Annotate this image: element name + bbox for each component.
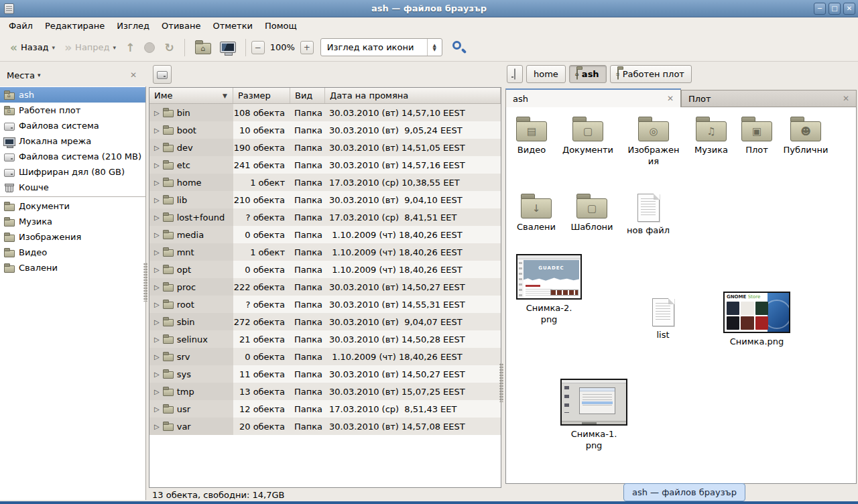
table-row[interactable]: ▷ boot 10 обекта Папка 30.03.2010 (вт) 9… — [149, 121, 501, 139]
sidebar-item[interactable]: Шифриран дял (80 GB) — [0, 164, 145, 180]
sidebar-item[interactable]: Видео — [0, 245, 145, 260]
cell-name[interactable]: ▷ proc — [149, 278, 233, 296]
cell-name[interactable]: ▷ selinux — [149, 330, 233, 348]
sidebar-item[interactable]: ash — [0, 87, 145, 103]
cell-name[interactable]: ▷ lost+found — [149, 208, 233, 226]
expander-icon[interactable]: ▷ — [154, 109, 160, 117]
menu-item[interactable]: Отиване — [156, 19, 206, 33]
sidebar-item[interactable]: Изображения — [0, 229, 145, 245]
sidebar-title[interactable]: Места — [7, 70, 35, 80]
column-header-name[interactable]: Име ▼ — [149, 88, 233, 103]
forward-button[interactable]: » Напред ▾ — [60, 39, 121, 56]
cell-name[interactable]: ▷ var — [149, 418, 233, 435]
pathbar-button[interactable]: Работен плот — [610, 65, 692, 83]
tab-close-icon[interactable]: ✕ — [843, 94, 849, 103]
search-button[interactable] — [452, 40, 467, 55]
table-row[interactable]: ▷ proc 222 обекта Папка 30.03.2010 (вт) … — [149, 278, 501, 296]
cell-name[interactable]: ▷ sys — [149, 365, 233, 383]
sidebar-item[interactable]: Документи — [0, 198, 145, 214]
back-button[interactable]: « Назад ▾ — [5, 39, 60, 56]
table-row[interactable]: ▷ mnt 1 обект Папка 1.10.2009 (чт) 18,40… — [149, 243, 501, 261]
menu-item[interactable]: Редактиране — [39, 19, 111, 33]
table-row[interactable]: ▷ root ? обекта Папка 30.03.2010 (вт) 14… — [149, 296, 501, 313]
filesystem-root-button[interactable] — [153, 65, 172, 84]
icon-view-item[interactable]: GNOME Store Снимка.png — [720, 292, 794, 347]
chevron-down-icon[interactable]: ▾ — [38, 72, 41, 78]
stop-button[interactable] — [139, 39, 160, 56]
table-row[interactable]: ▷ sbin 272 обекта Папка 30.03.2010 (вт) … — [149, 313, 501, 330]
forward-dropdown-icon[interactable]: ▾ — [113, 44, 117, 51]
expander-icon[interactable]: ▷ — [154, 318, 160, 326]
column-header-date[interactable]: Дата на промяна — [325, 88, 501, 103]
table-row[interactable]: ▷ tmp 13 обекта Папка 30.03.2010 (вт) 15… — [149, 383, 501, 400]
computer-button[interactable] — [216, 39, 240, 56]
icon-view-item[interactable]: нов файл — [611, 192, 685, 236]
cell-name[interactable]: ▷ boot — [149, 121, 233, 139]
table-row[interactable]: ▷ lost+found ? обекта Папка 17.03.2010 (… — [149, 208, 501, 226]
expander-icon[interactable]: ▷ — [154, 249, 160, 256]
cell-name[interactable]: ▷ mnt — [149, 243, 233, 261]
expander-icon[interactable]: ▷ — [154, 231, 160, 239]
table-row[interactable]: ▷ usr 12 обекта Папка 17.03.2010 (ср) 8,… — [149, 400, 501, 418]
cell-name[interactable]: ▷ root — [149, 296, 233, 313]
cell-name[interactable]: ▷ etc — [149, 156, 233, 174]
menu-item[interactable]: Файл — [3, 19, 39, 33]
pathbar-button[interactable]: ash — [569, 65, 607, 83]
cell-name[interactable]: ▷ lib — [149, 191, 233, 208]
cell-name[interactable]: ▷ media — [149, 226, 233, 243]
expander-icon[interactable]: ▷ — [154, 336, 160, 343]
expander-icon[interactable]: ▷ — [154, 162, 160, 169]
zoom-in-button[interactable]: + — [300, 41, 314, 54]
pane-resize-grip[interactable] — [143, 263, 147, 302]
icon-view-item[interactable]: GUADEC Снимка-2. png — [512, 254, 586, 325]
expander-icon[interactable]: ▷ — [154, 284, 160, 291]
table-row[interactable]: ▷ bin 108 обекта Папка 30.03.2010 (вт) 1… — [149, 104, 501, 121]
cell-name[interactable]: ▷ opt — [149, 261, 233, 278]
menu-item[interactable]: Помощ — [259, 19, 303, 33]
cell-name[interactable]: ▷ home — [149, 174, 233, 191]
sidebar-item[interactable]: Музика — [0, 214, 145, 229]
tab-close-icon[interactable]: ✕ — [667, 94, 674, 103]
sidebar-item[interactable]: Свалени — [0, 260, 145, 275]
table-row[interactable]: ▷ sys 11 обекта Папка 30.03.2010 (вт) 14… — [149, 365, 501, 383]
cell-name[interactable]: ▷ bin — [149, 104, 233, 121]
home-button[interactable] — [190, 37, 216, 58]
menu-item[interactable]: Изглед — [111, 19, 156, 33]
column-header-type[interactable]: Вид — [290, 88, 325, 103]
maximize-button[interactable]: □ — [829, 3, 841, 15]
table-row[interactable]: ▷ srv 0 обекта Папка 1.10.2009 (чт) 18,4… — [149, 348, 501, 365]
expander-icon[interactable]: ▷ — [154, 301, 160, 308]
tab[interactable]: ash ✕ — [505, 88, 681, 107]
expander-icon[interactable]: ▷ — [154, 127, 160, 134]
minimize-button[interactable]: ─ — [814, 3, 826, 15]
sidebar-item[interactable]: Работен плот — [0, 103, 145, 118]
sidebar-item[interactable]: Файлова система — [0, 118, 145, 133]
icon-view[interactable]: Видео Документи Изображен ия Музика Плот… — [505, 107, 857, 484]
icon-view-item[interactable]: Снимка-1. png — [557, 379, 631, 451]
pathbar-button[interactable]: home — [526, 65, 566, 83]
sidebar-item[interactable]: Файлова система (210 MB) — [0, 149, 145, 164]
table-row[interactable]: ▷ selinux 21 обекта Папка 30.03.2010 (вт… — [149, 330, 501, 348]
expander-icon[interactable]: ▷ — [154, 214, 160, 221]
expander-icon[interactable]: ▷ — [154, 388, 160, 395]
column-header-size[interactable]: Размер — [233, 88, 290, 103]
menu-item[interactable]: Отметки — [206, 19, 258, 33]
icon-view-item[interactable]: Публични — [769, 115, 843, 155]
table-row[interactable]: ▷ lib 210 обекта Папка 30.03.2010 (вт) 9… — [149, 191, 501, 208]
table-row[interactable]: ▷ media 0 обекта Папка 1.10.2009 (чт) 18… — [149, 226, 501, 243]
close-button[interactable]: ✕ — [843, 3, 855, 15]
table-row[interactable]: ▷ dev 190 обекта Папка 30.03.2010 (вт) 1… — [149, 139, 501, 156]
tab[interactable]: Плот ✕ — [681, 90, 857, 107]
sidebar-item[interactable]: Локална мрежа — [0, 133, 145, 149]
cell-name[interactable]: ▷ dev — [149, 139, 233, 156]
expander-icon[interactable]: ▷ — [154, 371, 160, 378]
cell-name[interactable]: ▷ sbin — [149, 313, 233, 330]
expander-icon[interactable]: ▷ — [154, 144, 160, 151]
pane-resize-grip[interactable] — [499, 363, 503, 402]
sidebar-item[interactable]: Кошче — [0, 180, 145, 195]
table-row[interactable]: ▷ var 20 обекта Папка 30.03.2010 (вт) 14… — [149, 418, 501, 435]
cell-name[interactable]: ▷ srv — [149, 348, 233, 365]
spinner-icons[interactable]: ▲▼ — [427, 39, 442, 56]
cell-name[interactable]: ▷ usr — [149, 400, 233, 418]
zoom-out-button[interactable]: − — [251, 41, 265, 54]
